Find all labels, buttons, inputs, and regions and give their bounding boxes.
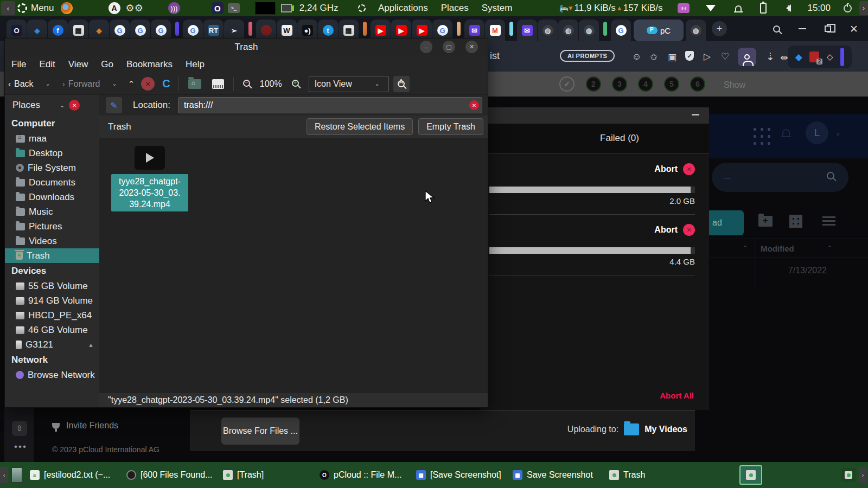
grid-view-icon[interactable] (789, 215, 802, 228)
browse-for-files-button[interactable]: Browse For Files ... (221, 418, 299, 445)
emoji-face-icon[interactable]: ☺ (632, 52, 641, 62)
sidebar-item-55-gb-volume[interactable]: 55 GB Volume (5, 279, 99, 293)
sidebar-item-documents[interactable]: Documents (5, 175, 99, 190)
window-maximize-button[interactable]: ▢ (443, 41, 455, 53)
battery-icon[interactable] (760, 3, 767, 14)
browser-restore-button[interactable] (825, 25, 831, 32)
mail-tab[interactable]: ✉ (517, 20, 537, 41)
new-folder-icon[interactable] (758, 216, 773, 227)
panel-collapse-left-icon[interactable]: ‹ (1, 1, 15, 15)
extension-cube-icon[interactable]: ◇ (827, 52, 833, 62)
taskbar-item-trash[interactable]: Trash (607, 470, 704, 480)
upload-panel-minimize-icon[interactable] (692, 114, 699, 115)
power-icon[interactable] (844, 4, 852, 12)
send-icon[interactable]: ▷ (704, 51, 711, 62)
abort-x-icon[interactable]: ✕ (683, 224, 695, 236)
home-folder-button[interactable] (188, 79, 201, 89)
window-titlebar[interactable]: Trash – ▢ ✕ (5, 38, 488, 55)
sidebar-item-g3121[interactable]: G3121▲ (5, 337, 99, 352)
show-desktop-button[interactable] (11, 467, 22, 483)
google-tab[interactable]: G (611, 20, 631, 41)
forward-dropdown-icon[interactable]: ⌄ (108, 80, 120, 87)
profile-button[interactable] (738, 48, 756, 66)
tab-group-cyan[interactable] (509, 22, 513, 36)
globe-tab[interactable]: ◍ (686, 20, 706, 41)
terminal-launcher-icon[interactable]: >_ (228, 3, 240, 13)
panel-collapse-right-icon[interactable]: › (859, 1, 868, 15)
extension-diamond-icon[interactable]: ◆ (795, 52, 802, 63)
clear-location-icon[interactable]: ✕ (469, 100, 479, 110)
bookmark-star-icon[interactable]: ✩ (650, 52, 658, 63)
menu-help[interactable]: Help (179, 59, 211, 70)
places-header[interactable]: Places (12, 100, 40, 111)
taskbar-collapse-right-icon[interactable]: › (859, 467, 867, 483)
edit-location-icon[interactable]: ✎ (106, 97, 122, 113)
back-arrow-icon[interactable]: ‹ (5, 79, 14, 88)
browser-close-button[interactable]: ✕ (850, 23, 858, 35)
new-tab-button[interactable]: + (712, 21, 727, 36)
up-button[interactable]: ⌃ (125, 79, 138, 89)
site-more-dots-icon[interactable]: ••• (14, 441, 27, 452)
menu-view[interactable]: View (62, 59, 95, 70)
search-tool-icon[interactable]: A (108, 2, 120, 14)
taskbar-item--save-screenshot-[interactable]: ▦[Save Screenshot] (414, 470, 510, 480)
site-bell-icon[interactable] (782, 129, 790, 136)
clock[interactable]: 15:00 (807, 3, 831, 14)
site-search-input[interactable]: ... (712, 163, 848, 192)
distro-menu-icon[interactable] (17, 3, 27, 13)
forward-arrow-icon[interactable]: › (59, 79, 68, 88)
find-files-button[interactable]: A (393, 76, 410, 92)
forward-button[interactable]: Forward (68, 79, 100, 89)
snapshot-camera-icon[interactable]: ▣ (668, 52, 676, 63)
tab-group-orange[interactable] (363, 22, 367, 36)
globe-tab[interactable]: ◍ (558, 20, 578, 41)
sidebar-item-914-gb-volume[interactable]: 914 GB Volume (5, 293, 99, 308)
sidebar-item-file-system[interactable]: File System (5, 160, 99, 175)
address-bar-url-fragment[interactable]: ist (490, 50, 500, 62)
avatar[interactable]: L (806, 121, 828, 144)
menu-file[interactable]: File (5, 59, 33, 70)
sidebar-item-maa[interactable]: maa (5, 131, 99, 146)
sidebar-item-46-gb-volume[interactable]: 46 GB Volume (5, 323, 99, 337)
trashed-file-item[interactable]: tyye28_chatgpt- 2023-05-30_03. 39.24.mp4 (111, 146, 188, 211)
browser-minimize-button[interactable] (799, 28, 806, 29)
restore-selected-button[interactable]: Restore Selected Items (307, 118, 413, 135)
terminal-window-preview[interactable] (255, 2, 276, 15)
places-dropdown-icon[interactable]: ⌄ (60, 102, 65, 109)
ai-prompts-button[interactable]: AI PROMPTS (560, 50, 615, 62)
show-label[interactable]: Show (724, 80, 745, 90)
opera-launcher-icon[interactable]: O (212, 2, 224, 14)
modified-column-header[interactable]: Modified (761, 244, 794, 253)
empty-trash-button[interactable]: Empty Trash (418, 118, 483, 135)
globe-tab[interactable]: ◍ (579, 20, 599, 41)
sidebar-close-icon[interactable]: ✕ (69, 100, 80, 111)
failed-tab[interactable]: Failed (0) (600, 133, 639, 144)
notifications-bell-icon[interactable] (735, 5, 742, 11)
volume-control-icon[interactable]: ‖⋅‖ (678, 3, 690, 13)
abort-all-button[interactable]: Abort All (660, 391, 694, 400)
system-menu[interactable]: System (477, 3, 517, 14)
reload-button[interactable]: C (162, 78, 170, 90)
zoom-out-button[interactable]: − (243, 79, 250, 89)
tor-browser-icon[interactable]: ))) (168, 2, 180, 14)
zoom-in-button[interactable]: + (292, 79, 299, 89)
eject-icon[interactable]: ▲ (88, 342, 94, 348)
taskbar-item--trash-[interactable]: [Trash] (221, 470, 317, 480)
applications-menu[interactable]: Applications (374, 3, 432, 14)
extension-sidebar-toggle[interactable] (840, 48, 844, 66)
taskbar-item-save-screenshot[interactable]: ▦Save Screenshot (510, 470, 607, 480)
taskbar-item--estilood2-txt-[interactable]: ≡[estilood2.txt (~... (28, 470, 124, 480)
heart-icon[interactable]: ♡ (721, 51, 729, 62)
firefox-launcher-icon[interactable] (61, 2, 73, 14)
sidebar-item-desktop[interactable]: Desktop (5, 146, 99, 160)
list-view-icon[interactable] (822, 216, 835, 226)
extension-clipboard-icon[interactable]: 2 (809, 52, 819, 62)
tab-group-red[interactable] (248, 22, 252, 36)
abort-button[interactable]: Abort (654, 225, 678, 235)
globe-tab[interactable]: ◍ (538, 20, 558, 41)
applications-menu-icon[interactable] (358, 4, 366, 12)
location-input[interactable] (178, 97, 482, 113)
icon-view-area[interactable]: tyye28_chatgpt- 2023-05-30_03. 39.24.mp4 (99, 138, 488, 392)
menu-go[interactable]: Go (94, 59, 120, 70)
sidebar-item-music[interactable]: Music (5, 204, 99, 219)
